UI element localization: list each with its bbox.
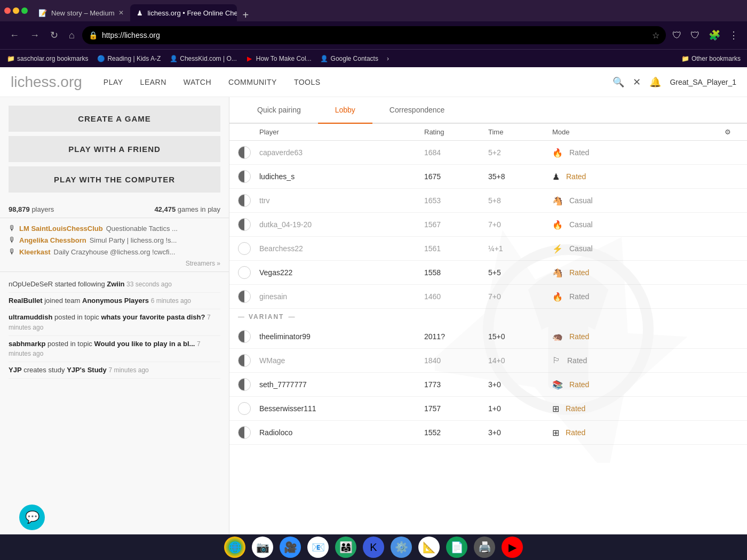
- streamer-2-name[interactable]: Angelika Chessborn: [19, 236, 86, 244]
- taskbar-klack[interactable]: K: [363, 537, 384, 558]
- stats-games: 42,475 games in play: [154, 205, 220, 213]
- close-window-btn[interactable]: [4, 7, 11, 14]
- taskbar-settings[interactable]: ⚙️: [391, 537, 412, 558]
- tab-quick-pairing[interactable]: Quick pairing: [240, 97, 318, 124]
- taskbar-gmail[interactable]: 📧: [307, 537, 329, 558]
- bookmark-sascholar[interactable]: 📁 sascholar.org bookmarks: [6, 54, 88, 63]
- header-time[interactable]: Time: [488, 128, 552, 136]
- table-row[interactable]: WMage 1840 14+0 🏳 Rated: [229, 349, 747, 373]
- feed-4-text: sabhmarkp posted in topic Would you like…: [9, 340, 195, 348]
- create-game-button[interactable]: CREATE A GAME: [9, 106, 220, 132]
- mode-cell: 🔥 Rated: [552, 292, 717, 302]
- feed-1-text: nOpUeDeSeR started following Zwiin: [9, 280, 124, 288]
- streamer-3-name[interactable]: Kleerkast: [19, 248, 51, 256]
- address-bar[interactable]: 🔒 https://lichess.org ☆: [82, 26, 666, 44]
- player-name: seth_7777777: [259, 380, 424, 389]
- nav-tools[interactable]: TOOLS: [294, 78, 321, 86]
- tab-medium-close[interactable]: ✕: [118, 9, 124, 17]
- table-row[interactable]: ttrv 1653 5+8 🐴 Casual: [229, 189, 747, 213]
- table-row[interactable]: Vegas222 1558 5+5 🐴 Rated: [229, 261, 747, 285]
- players-count: 98,879: [9, 205, 30, 213]
- tab-lichess-icon: ♟: [137, 9, 143, 17]
- chat-bubble[interactable]: 💬: [19, 505, 45, 530]
- bookmarks-more-button[interactable]: ›: [387, 55, 389, 62]
- taskbar-camera[interactable]: 📷: [252, 537, 273, 558]
- nav-learn[interactable]: LEARN: [140, 78, 166, 86]
- player-rating: 2011?: [424, 332, 488, 341]
- table-row[interactable]: Radioloco 1552 3+0 ⊞ Rated: [229, 421, 747, 445]
- bookmark-star-icon[interactable]: ☆: [652, 30, 659, 41]
- lichess-logo[interactable]: lichess.org: [11, 74, 82, 91]
- maximize-window-btn[interactable]: [21, 7, 28, 14]
- taskbar-chrome[interactable]: 🌐: [224, 537, 245, 558]
- play-computer-button[interactable]: PLAY WITH THE COMPUTER: [9, 166, 220, 193]
- nav-watch[interactable]: WATCH: [184, 78, 211, 86]
- streamer-3-desc: Daily Crazyhouse @lichess.org !cwcfi...: [54, 248, 176, 256]
- player-icon: [238, 378, 251, 391]
- nav-community[interactable]: COMMUNITY: [228, 78, 277, 86]
- tab-medium[interactable]: 📝 New story – Medium ✕: [32, 4, 130, 21]
- taskbar-drive[interactable]: 📐: [418, 537, 440, 558]
- chat-icon: 💬: [25, 510, 39, 524]
- minimize-window-btn[interactable]: [13, 7, 19, 14]
- bookmark-contacts[interactable]: 👤 Google Contacts: [320, 54, 378, 63]
- mode-text: Casual: [569, 220, 593, 229]
- table-row[interactable]: Besserwisser111 1757 1+0 ⊞ Rated: [229, 397, 747, 421]
- bookmark-reading-label: Reading | Kids A-Z: [107, 55, 161, 62]
- forward-button[interactable]: →: [27, 27, 43, 44]
- streamers-more[interactable]: Streamers »: [9, 258, 220, 267]
- search-icon[interactable]: 🔍: [613, 76, 624, 88]
- tab-lobby[interactable]: Lobby: [318, 97, 372, 124]
- close-search-icon[interactable]: ✕: [633, 76, 641, 88]
- notifications-icon[interactable]: 🔔: [649, 76, 661, 88]
- table-row[interactable]: dutka_04-19-20 1567 7+0 🔥 Casual: [229, 213, 747, 237]
- header-rating[interactable]: Rating: [424, 128, 488, 136]
- username[interactable]: Great_SA_Player_1: [670, 78, 736, 86]
- taskbar-print[interactable]: 🖨️: [474, 537, 495, 558]
- tab-lichess[interactable]: ♟ lichess.org • Free Online Chess ✕: [130, 4, 237, 21]
- extensions-icon[interactable]: 🧩: [706, 27, 722, 43]
- table-row[interactable]: Bearchess22 1561 ¼+1 ⚡ Casual: [229, 237, 747, 261]
- drive-icon: 📐: [423, 541, 436, 554]
- back-button[interactable]: ←: [6, 27, 22, 44]
- bookmark-sascholar-icon: 📁: [6, 54, 15, 63]
- home-button[interactable]: ⌂: [66, 27, 78, 44]
- taskbar-sheets[interactable]: 📄: [446, 537, 467, 558]
- vpn-icon[interactable]: 🛡: [688, 28, 702, 43]
- bookmark-chesskid[interactable]: 👤 ChessKid.com | O...: [169, 54, 236, 63]
- header-settings[interactable]: ⚙: [717, 128, 738, 136]
- game-buttons: CREATE A GAME PLAY WITH A FRIEND PLAY WI…: [0, 97, 229, 201]
- new-tab-button[interactable]: +: [237, 9, 254, 21]
- other-bookmarks[interactable]: 📁 Other bookmarks: [681, 55, 741, 62]
- player-name: ginesain: [259, 292, 424, 301]
- table-row[interactable]: ludiches_s 1675 35+8 ♟ Rated: [229, 165, 747, 189]
- taskbar-youtube[interactable]: ▶: [502, 537, 523, 558]
- menu-icon[interactable]: ⋮: [727, 27, 741, 43]
- header-player[interactable]: Player: [259, 128, 424, 136]
- player-icon: [238, 354, 251, 367]
- mode-icon: 🔥: [552, 220, 563, 230]
- header-mode[interactable]: Mode: [552, 128, 717, 136]
- table-row[interactable]: theeliminator99 2011? 15+0 🦔 Rated: [229, 325, 747, 349]
- tab-correspondence[interactable]: Correspondence: [372, 97, 462, 124]
- table-row[interactable]: seth_7777777 1773 3+0 📚 Rated: [229, 373, 747, 397]
- bookmark-howto[interactable]: ▶ How To Make Col...: [245, 54, 312, 63]
- feed-2-text: RealBullet joined team Anonymous Players: [9, 297, 149, 305]
- player-time: 35+8: [488, 172, 552, 181]
- taskbar-zoom[interactable]: 🎥: [280, 537, 301, 558]
- nav-play[interactable]: PLAY: [104, 78, 123, 86]
- play-friend-button[interactable]: PLAY WITH A FRIEND: [9, 136, 220, 162]
- shield-icon[interactable]: 🛡: [670, 28, 684, 43]
- streamer-1-name[interactable]: LM SaintLouisChessClub: [19, 225, 103, 233]
- feed-item-2: RealBullet joined team Anonymous Players…: [9, 293, 220, 309]
- player-icon: [238, 402, 251, 415]
- logo-ext: .org: [57, 74, 82, 90]
- player-time: 14+0: [488, 356, 552, 365]
- table-row[interactable]: capaverde63 1684 5+2 🔥 Rated: [229, 141, 747, 165]
- bookmark-reading[interactable]: 🔵 Reading | Kids A-Z: [97, 54, 161, 63]
- reload-button[interactable]: ↻: [47, 26, 61, 44]
- player-name: Bearchess22: [259, 244, 424, 253]
- taskbar-classroom[interactable]: 👨‍👩‍👧: [335, 537, 356, 558]
- player-icon: [238, 194, 251, 207]
- table-row[interactable]: ginesain 1460 7+0 🔥 Rated: [229, 285, 747, 309]
